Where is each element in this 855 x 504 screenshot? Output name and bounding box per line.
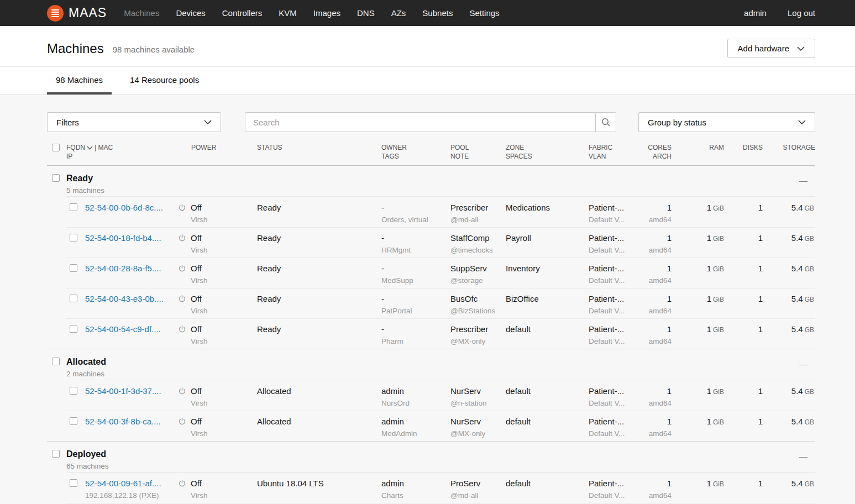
power-type: Virsh <box>191 275 208 286</box>
power-type: Virsh <box>191 336 208 347</box>
row-checkbox[interactable] <box>70 417 77 425</box>
row-checkbox[interactable] <box>70 234 77 242</box>
group-header-row: Deployed 65 machines — <box>47 442 815 473</box>
search-group <box>245 112 616 132</box>
nav-item-subnets[interactable]: Subnets <box>414 8 461 18</box>
machine-vlan: Default V... <box>589 214 641 225</box>
nav-item-images[interactable]: Images <box>305 8 349 18</box>
nav-item-settings[interactable]: Settings <box>461 8 507 18</box>
machine-note: @md-all <box>450 214 506 225</box>
machine-link[interactable]: 52-54-00-54-c9-df.... <box>85 323 161 335</box>
nav-item-controllers[interactable]: Controllers <box>214 8 271 18</box>
machine-owner: - <box>381 232 450 244</box>
nav-item-devices[interactable]: Devices <box>167 8 213 18</box>
machine-link[interactable]: 52-54-00-0b-6d-8c.... <box>85 202 163 213</box>
machine-status: Allocated <box>257 416 381 427</box>
tab-resource-pools[interactable]: 14 Resource pools <box>121 67 208 95</box>
machine-vlan: Default V... <box>589 398 641 408</box>
col-cores[interactable]: CORESARCH <box>641 142 672 161</box>
machine-owner: admin <box>381 416 450 427</box>
select-all-checkbox[interactable] <box>52 144 60 151</box>
col-fqdn[interactable]: FQDN | MAC IP <box>66 142 177 161</box>
machine-link[interactable]: 52-54-00-09-61-af.... <box>85 477 161 489</box>
col-owner[interactable]: OWNERTAGS <box>381 142 450 161</box>
page-header: Machines 98 machines available Add hardw… <box>0 26 855 67</box>
nav-item-azs[interactable]: AZs <box>383 8 415 18</box>
machine-disks: 1 <box>724 385 763 397</box>
row-checkbox[interactable] <box>70 387 77 395</box>
col-ram[interactable]: RAM <box>672 142 724 161</box>
col-power[interactable]: POWER <box>177 142 257 161</box>
power-state: Off <box>191 385 208 397</box>
machine-pool: NurServ <box>450 416 506 427</box>
machine-cores: 1 <box>641 293 672 305</box>
machine-arch: amd64 <box>641 245 672 255</box>
group-by-value: Group by status <box>648 118 798 127</box>
machine-status: Ready <box>257 232 381 244</box>
group-collapse-toggle[interactable]: — <box>763 173 815 197</box>
machine-cores: 1 <box>641 232 672 244</box>
main-content: Filters Group by status FQDN | MAC IP PO… <box>0 95 855 504</box>
col-disks[interactable]: DISKS <box>724 142 763 161</box>
machine-ram: 1GiB <box>672 293 724 306</box>
machine-vlan: Default V... <box>589 245 641 255</box>
logout-link[interactable]: Log out <box>788 8 815 18</box>
col-ip-label: IP <box>66 152 177 161</box>
row-checkbox[interactable] <box>70 264 77 272</box>
group-header-row: Allocated 2 machines — <box>47 349 815 380</box>
machine-vlan: Default V... <box>589 490 641 501</box>
machine-row: 52-54-00-54-c9-df.... Off Virsh Ready - … <box>47 318 815 349</box>
filters-dropdown[interactable]: Filters <box>47 112 221 132</box>
machine-link[interactable]: 52-54-00-43-e3-0b.... <box>85 293 164 305</box>
machine-disks: 1 <box>724 293 763 305</box>
col-zone[interactable]: ZONESPACES <box>506 142 589 161</box>
machine-link[interactable]: 52-54-00-1f-3d-37.... <box>85 385 161 397</box>
group-collapse-toggle[interactable]: — <box>763 356 815 380</box>
machine-arch: amd64 <box>641 490 672 501</box>
col-fabric[interactable]: FABRICVLAN <box>589 142 641 161</box>
group-checkbox[interactable] <box>52 450 60 458</box>
machine-owner: - <box>381 202 450 213</box>
group-checkbox[interactable] <box>52 358 60 365</box>
machine-status: Ready <box>257 323 381 335</box>
machine-pool: Prescriber <box>450 202 506 213</box>
nav-item-machines[interactable]: Machines <box>116 8 167 18</box>
tab-machines[interactable]: 98 Machines <box>47 67 112 95</box>
group-by-dropdown[interactable]: Group by status <box>638 112 815 132</box>
machine-vlan: Default V... <box>589 306 641 316</box>
machine-arch: amd64 <box>641 398 672 408</box>
nav-item-kvm[interactable]: KVM <box>270 8 305 18</box>
row-checkbox[interactable] <box>70 325 77 333</box>
row-checkbox[interactable] <box>70 295 77 302</box>
machine-link[interactable]: 52-54-00-28-8a-f5.... <box>85 262 161 274</box>
group-checkbox[interactable] <box>52 174 60 182</box>
row-checkbox[interactable] <box>70 203 77 211</box>
nav-item-dns[interactable]: DNS <box>349 8 383 18</box>
col-status[interactable]: STATUS <box>257 142 381 161</box>
machine-note: @MX-only <box>450 428 506 439</box>
search-button[interactable] <box>595 112 616 132</box>
row-checkbox[interactable] <box>70 479 77 487</box>
search-input[interactable] <box>245 112 596 132</box>
machine-vlan: Default V... <box>589 428 641 439</box>
machine-fabric: Patient-... <box>589 477 641 489</box>
machine-storage: 5.4GB <box>763 262 814 275</box>
machine-storage: 5.4GB <box>763 232 814 245</box>
power-icon <box>178 264 186 272</box>
machine-zone: default <box>506 477 589 489</box>
machine-link[interactable]: 52-54-00-3f-8b-ca.... <box>85 416 161 427</box>
col-storage[interactable]: STORAGE <box>763 142 815 161</box>
machine-group: Ready 5 machines — 52-54-00-0b-6d-8c....… <box>47 166 815 349</box>
nav-item-admin[interactable]: admin <box>744 8 767 18</box>
machine-row: 52-54-00-09-61-af.... 192.168.122.18 (PX… <box>47 473 815 503</box>
machine-ram: 1GiB <box>672 323 724 336</box>
machine-zone: default <box>506 385 589 397</box>
col-pool[interactable]: POOLNOTE <box>450 142 506 161</box>
machine-tags: PatPortal <box>381 306 450 316</box>
add-hardware-button[interactable]: Add hardware <box>727 39 815 58</box>
group-collapse-toggle[interactable]: — <box>763 449 815 473</box>
power-icon <box>178 234 186 242</box>
machine-cores: 1 <box>641 262 672 274</box>
machine-link[interactable]: 52-54-00-18-fd-b4.... <box>85 232 161 244</box>
group-count: 2 machines <box>66 370 763 378</box>
